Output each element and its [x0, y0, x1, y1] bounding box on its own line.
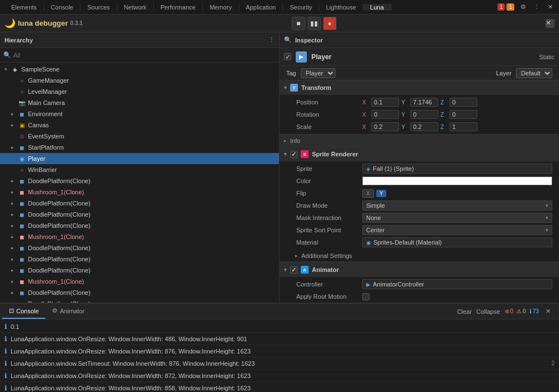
tab-console[interactable]: Console: [44, 4, 80, 11]
scale-y[interactable]: 0.2: [410, 122, 438, 131]
mushroom-icon: ◼: [18, 278, 26, 285]
tree-item-eventsystem[interactable]: ⚙ EventSystem: [0, 131, 279, 142]
tab-luna[interactable]: Luna: [363, 4, 391, 11]
z-label: Z: [440, 112, 447, 118]
tree-item-environment[interactable]: ▸ ◼ Environment: [0, 108, 279, 119]
tree-item-doodle9[interactable]: ▸ ◼ DoodlePlatform(Clone): [0, 298, 279, 303]
bottom-panel-close[interactable]: ✕: [543, 307, 552, 316]
console-row-3[interactable]: ℹ LunaApplication.window.SetTimeout: Win…: [0, 357, 559, 370]
hierarchy-tree: ▾ ◈ SampleScene ○ GameManager ○ LevelMan…: [0, 63, 279, 303]
material-value[interactable]: ◉ Sprites-Default (Material): [362, 237, 552, 247]
tree-item-doodle2[interactable]: ▸ ◼ DoodlePlatform(Clone): [0, 198, 279, 209]
flip-x-btn[interactable]: X: [362, 189, 374, 198]
tree-item-mushroom3[interactable]: ▸ ◼ Mushroom_1(Clone): [0, 276, 279, 287]
controller-value[interactable]: ▶ AnimatorController: [362, 279, 552, 289]
info-count: ℹ 73: [529, 308, 539, 314]
sprite-renderer-header[interactable]: ▾ ✓ S Sprite Renderer: [280, 147, 559, 161]
tab-elements[interactable]: Elements: [4, 4, 44, 11]
tab-memory[interactable]: Memory: [203, 4, 239, 11]
position-x[interactable]: 0.1: [371, 98, 399, 107]
rotation-z[interactable]: 0: [449, 110, 477, 119]
tree-arrow: ▸: [11, 200, 17, 206]
console-count-3: 2: [551, 360, 555, 366]
flip-y-btn[interactable]: Y: [376, 190, 387, 197]
sprite-file-icon: ◈: [366, 166, 371, 172]
apply-root-label: Apply Root Motion: [296, 293, 358, 300]
close-icon[interactable]: ✕: [546, 3, 555, 12]
tree-item-levelmanager[interactable]: ○ LevelManager: [0, 86, 279, 97]
tree-item-winbarrier[interactable]: ○ WinBarrier: [0, 164, 279, 175]
console-row-4[interactable]: ℹ LunaApplication.window.OnResize: Windo…: [0, 370, 559, 382]
sprite-value-text: Fall (1) (Sprite): [373, 165, 414, 172]
console-row-2[interactable]: ℹ LunaApplication.window.OnResize: Windo…: [0, 345, 559, 357]
doodle-icon: ◼: [18, 211, 26, 218]
rotation-x[interactable]: 0: [371, 110, 399, 119]
sprite-row: Sprite ◈ Fall (1) (Sprite): [280, 162, 559, 175]
toolbar-record-btn[interactable]: ●: [323, 17, 337, 30]
mask-interaction-label: Mask Interaction: [296, 214, 358, 221]
toolbar-close-btn[interactable]: ✕: [546, 19, 555, 28]
sr-icon: S: [301, 150, 309, 158]
tag-select[interactable]: Player: [301, 68, 335, 78]
console-row-1[interactable]: ℹ LunaApplication.window.OnResize: Windo…: [0, 333, 559, 345]
tree-item-gamemanager[interactable]: ○ GameManager: [0, 75, 279, 86]
tree-item-maincamera[interactable]: 📷 Main Camera: [0, 97, 279, 108]
sprite-value[interactable]: ◈ Fall (1) (Sprite): [362, 164, 552, 174]
rotation-y[interactable]: 0: [410, 110, 438, 119]
tab-console[interactable]: ⊡ Console: [2, 304, 45, 319]
tree-item-player[interactable]: ◉ Player: [0, 153, 279, 164]
tree-item-doodle6[interactable]: ▸ ◼ DoodlePlatform(Clone): [0, 254, 279, 265]
hierarchy-options-icon[interactable]: ⋮: [268, 36, 274, 44]
tree-item-doodle8[interactable]: ▸ ◼ DoodlePlatform(Clone): [0, 287, 279, 298]
console-row-5[interactable]: ℹ LunaApplication.window.OnResize: Windo…: [0, 382, 559, 392]
scale-x[interactable]: 0.2: [371, 122, 399, 131]
apply-root-row: Apply Root Motion: [280, 290, 559, 303]
position-z[interactable]: 0: [449, 98, 477, 107]
mask-interaction-dropdown[interactable]: None ▾: [362, 213, 552, 223]
console-body: ℹ 0.1 ℹ LunaApplication.window.OnResize:…: [0, 319, 559, 392]
collapse-button[interactable]: Collapse: [476, 308, 500, 315]
sprite-sort-dropdown[interactable]: Center ▾: [362, 225, 552, 235]
tree-item-canvas[interactable]: ▸ ▣ Canvas: [0, 119, 279, 131]
hierarchy-search-input[interactable]: [13, 52, 276, 59]
apply-root-checkbox[interactable]: [362, 293, 369, 300]
tab-performance[interactable]: Performance: [154, 4, 203, 11]
scale-z[interactable]: 1: [449, 122, 477, 131]
settings-icon[interactable]: ⚙: [519, 3, 528, 12]
sr-enabled-checkbox[interactable]: ✓: [290, 151, 297, 158]
tree-item-mushroom2[interactable]: ▸ ◼ Mushroom_1(Clone): [0, 231, 279, 242]
more-icon[interactable]: ⋮: [532, 3, 541, 12]
color-preview[interactable]: [362, 176, 552, 185]
tree-item-doodle4[interactable]: ▸ ◼ DoodlePlatform(Clone): [0, 220, 279, 231]
animator-enabled-checkbox[interactable]: ✓: [290, 266, 297, 274]
console-row-0[interactable]: ℹ 0.1: [0, 321, 559, 333]
draw-mode-dropdown[interactable]: Simple ▾: [362, 200, 552, 211]
tree-item-doodle3[interactable]: ▸ ◼ DoodlePlatform(Clone): [0, 209, 279, 220]
sprite-sort-row: Sprite Sort Point Center ▾: [280, 224, 559, 236]
tab-network[interactable]: Network: [117, 4, 154, 11]
tree-item-startplatform[interactable]: ▸ ◼ StartPlatform: [0, 142, 279, 153]
object-active-checkbox[interactable]: ✓: [284, 53, 291, 60]
transform-header[interactable]: ▾ T Transform: [280, 80, 559, 95]
tree-item-mushroom1[interactable]: ▸ ◼ Mushroom_1(Clone): [0, 187, 279, 198]
tree-item-samplescene[interactable]: ▾ ◈ SampleScene: [0, 64, 279, 75]
tree-item-doodle7[interactable]: ▸ ◼ DoodlePlatform(Clone): [0, 265, 279, 276]
sprite-renderer-body: Sprite ◈ Fall (1) (Sprite) Color Flip: [280, 161, 559, 250]
additional-settings-row[interactable]: ▸ Additional Settings: [280, 250, 559, 262]
tree-item-doodle5[interactable]: ▸ ◼ DoodlePlatform(Clone): [0, 242, 279, 254]
object-icon: ▶: [296, 51, 307, 63]
toolbar-pause-btn[interactable]: ▮▮: [307, 17, 321, 30]
tab-animator[interactable]: ⚙ Animator: [45, 304, 91, 319]
tree-item-doodle1[interactable]: ▸ ◼ DoodlePlatform(Clone): [0, 175, 279, 187]
clear-button[interactable]: Clear: [457, 308, 472, 315]
inspector-panel: 🔍 Inspector ✓ ▶ Player Static Tag Player…: [280, 32, 559, 303]
position-y[interactable]: 7.1746: [410, 98, 438, 107]
info-row[interactable]: ▸ Info: [280, 135, 559, 147]
toolbar-stop-btn[interactable]: ■: [292, 17, 305, 30]
animator-header[interactable]: ▾ ✓ A Animator: [280, 262, 559, 277]
tab-lighthouse[interactable]: Lighthouse: [319, 4, 363, 11]
tab-security[interactable]: Security: [283, 4, 319, 11]
layer-select[interactable]: Default: [516, 68, 552, 78]
tab-sources[interactable]: Sources: [80, 4, 117, 11]
tab-application[interactable]: Application: [239, 4, 283, 11]
